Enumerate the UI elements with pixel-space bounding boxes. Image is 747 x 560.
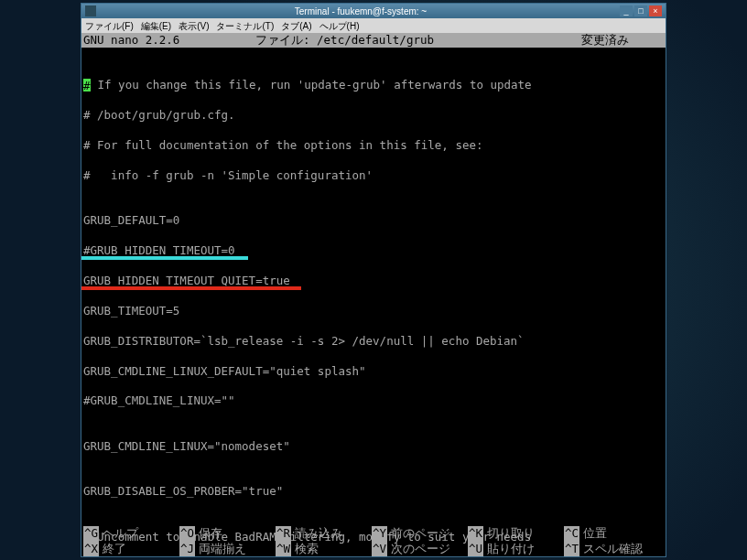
nano-file: ファイル: /etc/default/grub	[248, 33, 581, 48]
editor-line: GRUB_DEFAULT=0	[83, 213, 664, 228]
editor-line: # info -f grub -n 'Simple configuration'	[83, 168, 664, 183]
editor-line: GRUB_DISTRIBUTOR=`lsb_release -i -s 2> /…	[83, 334, 664, 349]
shortcut-cut: ^K切り取り	[468, 526, 564, 542]
titlebar[interactable]: Terminal - fuukemn@f-system: ~ _ □ ×	[81, 4, 666, 18]
highlight-red	[81, 286, 301, 290]
menu-file[interactable]: ファイル(F)	[85, 20, 134, 31]
editor-line: # For full documentation of the options …	[83, 138, 664, 153]
editor-content[interactable]: # If you change this file, run 'update-g…	[81, 48, 666, 560]
editor-line: GRUB_CMDLINE_LINUX="nomodeset"	[83, 439, 664, 454]
menu-view[interactable]: 表示(V)	[179, 20, 209, 31]
shortcut-paste: ^U貼り付け	[468, 542, 564, 557]
shortcut-pos: ^C位置	[564, 526, 660, 542]
window-controls: _ □ ×	[620, 5, 662, 16]
highlight-cyan	[81, 256, 248, 260]
terminal-window: Terminal - fuukemn@f-system: ~ _ □ × ファイ…	[81, 3, 666, 557]
menu-help[interactable]: ヘルプ(H)	[319, 20, 360, 31]
editor-line: GRUB_TIMEOUT=5	[83, 304, 664, 318]
menu-terminal[interactable]: ターミナル(T)	[216, 20, 274, 31]
menu-tabs[interactable]: タブ(A)	[281, 20, 311, 31]
shortcut-justify: ^J両端揃え	[179, 542, 276, 557]
maximize-button[interactable]: □	[634, 5, 647, 16]
shortcut-nextpage: ^V次のページ	[372, 542, 468, 557]
app-icon	[85, 5, 96, 16]
nano-header: GNU nano 2.2.6 ファイル: /etc/default/grub 変…	[81, 33, 666, 48]
close-button[interactable]: ×	[649, 5, 662, 16]
editor-line: GRUB_CMDLINE_LINUX_DEFAULT="quiet splash…	[83, 364, 664, 379]
editor-line: # If you change this file, run 'update-g…	[83, 78, 664, 92]
editor-line: GRUB_DISABLE_OS_PROBER="true"	[83, 484, 664, 499]
editor-line: # /boot/grub/grub.cfg.	[83, 108, 664, 123]
shortcut-row-2: ^X終了 ^J両端揃え ^W検索 ^V次のページ ^U貼り付け ^Tスペル確認	[83, 542, 664, 557]
shortcut-row-1: ^Gヘルプ ^O保存 ^R読み込み ^Y前のページ ^K切り取り ^C位置	[83, 526, 664, 542]
editor-line	[83, 62, 664, 77]
nano-version: GNU nano 2.2.6	[83, 33, 248, 48]
window-title: Terminal - fuukemn@f-system: ~	[102, 6, 620, 16]
shortcut-read: ^R読み込み	[276, 526, 372, 542]
shortcut-spell: ^Tスペル確認	[564, 542, 660, 557]
nano-shortcuts: ^Gヘルプ ^O保存 ^R読み込み ^Y前のページ ^K切り取り ^C位置 ^X…	[81, 526, 666, 556]
shortcut-help: ^Gヘルプ	[83, 526, 179, 542]
editor-line: #GRUB_CMDLINE_LINUX=""	[83, 393, 664, 408]
menubar: ファイル(F) 編集(E) 表示(V) ターミナル(T) タブ(A) ヘルプ(H…	[81, 18, 666, 33]
shortcut-prevpage: ^Y前のページ	[372, 526, 468, 542]
cursor: #	[83, 79, 91, 92]
terminal-area[interactable]: GNU nano 2.2.6 ファイル: /etc/default/grub 変…	[81, 33, 666, 556]
shortcut-writeout: ^O保存	[179, 526, 276, 542]
minimize-button[interactable]: _	[620, 5, 633, 16]
nano-modified: 変更済み	[581, 33, 664, 48]
menu-edit[interactable]: 編集(E)	[141, 20, 171, 31]
shortcut-exit: ^X終了	[83, 542, 179, 557]
shortcut-search: ^W検索	[276, 542, 372, 557]
